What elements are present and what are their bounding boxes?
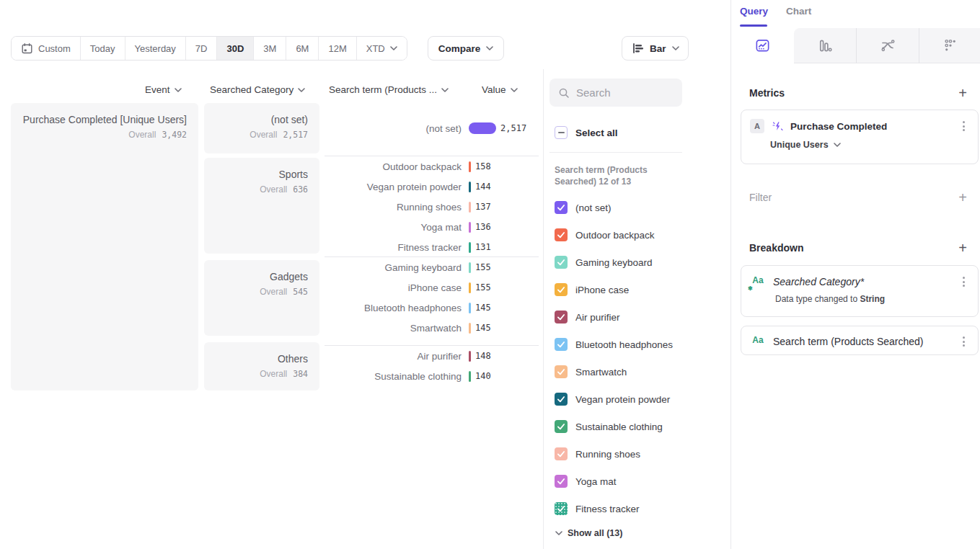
breakdown-property-label: Searched Category* — [773, 276, 953, 287]
legend-item[interactable]: Air purifier — [555, 311, 620, 323]
date-range-today[interactable]: Today — [81, 37, 125, 60]
kebab-menu-icon[interactable] — [960, 118, 968, 134]
breakdown-header: Breakdown + — [749, 241, 967, 255]
chart-bar[interactable] — [469, 161, 471, 172]
column-header-search-term[interactable]: Search term (Products ... — [329, 84, 449, 95]
chart-row[interactable]: Vegan protein powder144 — [325, 177, 541, 197]
tab-chart[interactable]: Chart — [786, 6, 811, 21]
legend-item[interactable]: (not set) — [555, 201, 612, 214]
chart-bar[interactable] — [469, 182, 471, 192]
date-range-7d[interactable]: 7D — [186, 37, 218, 60]
kebab-menu-icon[interactable] — [960, 274, 968, 290]
report-tab-insights[interactable] — [731, 28, 794, 63]
chart-row[interactable]: Sustainable clothing140 — [325, 366, 541, 386]
legend-item[interactable]: Bluetooth headphones — [555, 338, 673, 351]
legend-checkbox[interactable] — [555, 256, 568, 269]
chart-row[interactable]: Air purifier148 — [325, 346, 541, 366]
query-panel-tabs: QueryChart — [740, 6, 811, 21]
kebab-menu-icon[interactable] — [960, 334, 968, 349]
column-header-value[interactable]: Value — [482, 84, 518, 95]
legend-item[interactable]: Smartwatch — [555, 365, 627, 378]
select-all-row[interactable]: Select all — [555, 126, 618, 139]
chart-bar[interactable] — [469, 303, 471, 313]
add-filter-button[interactable]: + — [958, 190, 967, 205]
chart-row[interactable]: Bluetooth headphones145 — [325, 298, 541, 318]
chart-row-label: Vegan protein powder — [325, 182, 462, 192]
chart-bar[interactable] — [469, 202, 471, 213]
legend-item[interactable]: Fitness tracker — [555, 502, 640, 515]
measure-selector[interactable]: Unique Users — [770, 140, 978, 150]
category-overall: Overall2,517 — [211, 130, 308, 140]
chart-row[interactable]: (not set)2,517 — [325, 118, 541, 138]
date-range-3m[interactable]: 3M — [254, 37, 286, 60]
chart-row-value: 148 — [475, 351, 491, 361]
tab-query[interactable]: Query — [740, 6, 768, 21]
chart-row[interactable]: iPhone case155 — [325, 277, 541, 298]
chart-row[interactable]: Running shoes137 — [325, 197, 541, 217]
measure-label: Unique Users — [770, 140, 829, 150]
report-type-tabs — [731, 28, 980, 63]
legend-checkbox[interactable] — [555, 283, 568, 296]
legend-item[interactable]: Yoga mat — [555, 475, 617, 488]
legend-checkbox[interactable] — [555, 338, 568, 351]
chart-bar[interactable] — [469, 242, 471, 253]
legend-checkbox[interactable] — [555, 447, 568, 460]
column-header-searched-category[interactable]: Searched Category — [210, 84, 305, 95]
column-header-event[interactable]: Event — [145, 84, 182, 95]
date-range-yesterday[interactable]: Yesterday — [125, 37, 186, 60]
report-tab-flows[interactable] — [856, 28, 919, 63]
chart-row[interactable]: Fitness tracker131 — [325, 237, 541, 257]
breakdown-card[interactable]: Aa✱Searched Category*Data type changed t… — [741, 265, 979, 317]
add-breakdown-button[interactable]: + — [958, 241, 967, 255]
compare-button[interactable]: Compare — [428, 36, 505, 61]
event-cell[interactable]: Purchase Completed [Unique Users] Overal… — [11, 103, 198, 390]
legend-item[interactable]: Vegan protein powder — [555, 393, 670, 406]
chart-bar[interactable] — [469, 262, 471, 273]
show-all-toggle[interactable]: Show all (13) — [555, 528, 622, 538]
metric-card[interactable]: A Purchase Completed Unique Users — [741, 110, 979, 164]
category-cell[interactable]: (not set)Overall2,517 — [204, 103, 319, 153]
legend-checkbox[interactable] — [555, 365, 568, 378]
legend-item[interactable]: Running shoes — [555, 447, 640, 460]
date-range-6m[interactable]: 6M — [286, 37, 319, 60]
report-tab-bar-chart[interactable] — [794, 28, 857, 63]
legend-search-box — [549, 79, 682, 107]
legend-checkbox[interactable] — [555, 502, 568, 515]
category-cell[interactable]: SportsOverall636 — [204, 158, 319, 254]
legend-item[interactable]: Gaming keyboard — [555, 256, 653, 269]
legend-item[interactable]: iPhone case — [555, 283, 629, 296]
legend-item[interactable]: Outdoor backpack — [555, 228, 655, 241]
chart-bar[interactable] — [469, 122, 496, 134]
chart-bar[interactable] — [469, 282, 471, 293]
legend-checkbox[interactable] — [555, 311, 568, 323]
chart-row[interactable]: Outdoor backpack158 — [325, 156, 541, 177]
add-metric-button[interactable]: + — [958, 86, 967, 100]
chart-row[interactable]: Smartwatch145 — [325, 318, 541, 338]
modified-star-icon: ✱ — [748, 285, 753, 292]
date-range-30d[interactable]: 30D — [217, 37, 254, 60]
select-all-checkbox[interactable] — [555, 126, 568, 139]
legend-checkbox[interactable] — [555, 393, 568, 406]
chart-bar[interactable] — [469, 323, 471, 334]
date-range-xtd[interactable]: XTD — [357, 37, 407, 60]
chart-row[interactable]: Gaming keyboard155 — [325, 257, 541, 277]
chevron-down-icon — [441, 88, 449, 92]
chart-bar[interactable] — [469, 351, 471, 362]
chart-type-button[interactable]: Bar — [622, 36, 689, 61]
breakdown-card[interactable]: AaSearch term (Products Searched) — [741, 326, 979, 355]
category-cell[interactable]: GadgetsOverall545 — [204, 260, 319, 336]
legend-checkbox[interactable] — [555, 420, 568, 433]
date-range-12m[interactable]: 12M — [319, 37, 356, 60]
report-tab-retention[interactable] — [919, 28, 980, 63]
category-cell[interactable]: OthersOverall384 — [204, 342, 319, 390]
legend-checkbox[interactable] — [555, 475, 568, 488]
chart-bar[interactable] — [469, 371, 471, 382]
breakdown-title: Breakdown — [749, 242, 803, 254]
chart-bar[interactable] — [469, 222, 471, 233]
search-input[interactable] — [576, 86, 670, 99]
legend-checkbox[interactable] — [555, 228, 568, 241]
date-range-custom[interactable]: Custom — [12, 37, 81, 60]
chart-row[interactable]: Yoga mat136 — [325, 217, 541, 237]
legend-item[interactable]: Sustainable clothing — [555, 420, 663, 433]
legend-checkbox[interactable] — [555, 201, 568, 214]
